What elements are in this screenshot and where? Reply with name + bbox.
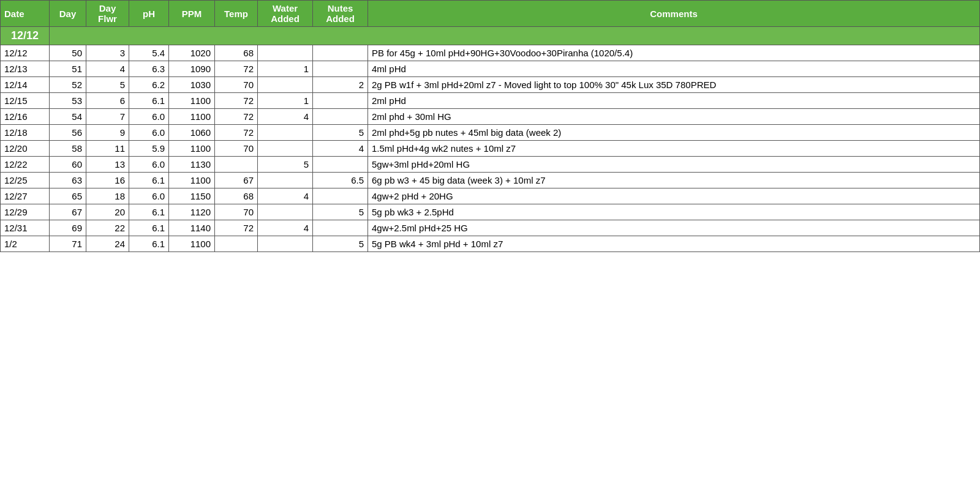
ppm-cell: 1100 xyxy=(169,236,215,252)
temp-cell: 72 xyxy=(215,125,258,141)
date-cell: 12/20 xyxy=(1,141,50,157)
date-cell: 12/29 xyxy=(1,204,50,220)
day-cell: 67 xyxy=(50,204,86,220)
ph-cell: 6.1 xyxy=(129,204,169,220)
nutes-cell xyxy=(313,45,368,61)
date-cell: 12/18 xyxy=(1,125,50,141)
ppm-cell: 1150 xyxy=(169,188,215,204)
ppm-cell: 1090 xyxy=(169,61,215,77)
nutes-cell: 6.5 xyxy=(313,173,368,188)
ppm-cell: 1020 xyxy=(169,45,215,61)
day-cell: 52 xyxy=(50,77,86,93)
dayflwr-cell: 6 xyxy=(86,93,129,109)
header-row: Date Day DayFlwr pH PPM Temp WaterAdded … xyxy=(1,1,980,27)
dayflwr-cell: 22 xyxy=(86,220,129,236)
ph-cell: 6.0 xyxy=(129,157,169,173)
dayflwr-cell: 5 xyxy=(86,77,129,93)
temp-cell xyxy=(215,157,258,173)
nutes-cell: 5 xyxy=(313,125,368,141)
dayflwr-cell: 24 xyxy=(86,236,129,252)
dayflwr-cell: 16 xyxy=(86,173,129,188)
temp-cell: 68 xyxy=(215,45,258,61)
ph-cell: 6.1 xyxy=(129,173,169,188)
water-cell xyxy=(258,173,313,188)
col-header-temp: Temp xyxy=(215,1,258,27)
table-row: 12/155366.111007212ml pHd xyxy=(1,93,980,109)
ph-cell: 6.0 xyxy=(129,109,169,125)
table-row: 12/145256.210307022g PB w1f + 3ml pHd+20… xyxy=(1,77,980,93)
day-cell: 65 xyxy=(50,188,86,204)
day-cell: 56 xyxy=(50,125,86,141)
water-cell: 1 xyxy=(258,61,313,77)
ph-cell: 6.1 xyxy=(129,220,169,236)
nutes-cell: 5 xyxy=(313,236,368,252)
water-cell xyxy=(258,77,313,93)
table-row: 12/3169226.111407244gw+2.5ml pHd+25 HG xyxy=(1,220,980,236)
comment-cell: 5g PB wk4 + 3ml pHd + 10ml z7 xyxy=(368,236,980,252)
dayflwr-cell: 20 xyxy=(86,204,129,220)
comment-cell: 1.5ml pHd+4g wk2 nutes + 10ml z7 xyxy=(368,141,980,157)
nutes-cell xyxy=(313,220,368,236)
comment-cell: 4gw+2 pHd + 20HG xyxy=(368,188,980,204)
comment-cell: 5g pb wk3 + 2.5pHd xyxy=(368,204,980,220)
grow-log-table: Date Day DayFlwr pH PPM Temp WaterAdded … xyxy=(0,0,980,252)
comment-cell: 2g PB w1f + 3ml pHd+20ml z7 - Moved ligh… xyxy=(368,77,980,93)
comment-cell: 2ml phd+5g pb nutes + 45ml big data (wee… xyxy=(368,125,980,141)
col-header-dayflwr: DayFlwr xyxy=(86,1,129,27)
comment-cell: 5gw+3ml pHd+20ml HG xyxy=(368,157,980,173)
ppm-cell: 1030 xyxy=(169,77,215,93)
nutes-cell xyxy=(313,157,368,173)
dayflwr-cell: 13 xyxy=(86,157,129,173)
temp-cell: 67 xyxy=(215,173,258,188)
water-cell xyxy=(258,141,313,157)
ppm-cell: 1060 xyxy=(169,125,215,141)
res-change-row: 12/12 xyxy=(1,27,980,45)
ppm-cell: 1100 xyxy=(169,109,215,125)
temp-cell: 72 xyxy=(215,93,258,109)
water-cell: 1 xyxy=(258,93,313,109)
col-header-ph: pH xyxy=(129,1,169,27)
day-cell: 54 xyxy=(50,109,86,125)
water-cell: 4 xyxy=(258,220,313,236)
table-row: 12/165476.011007242ml phd + 30ml HG xyxy=(1,109,980,125)
ph-cell: 5.9 xyxy=(129,141,169,157)
date-cell: 12/13 xyxy=(1,61,50,77)
comment-cell: PB for 45g + 10ml pHd+90HG+30Voodoo+30Pi… xyxy=(368,45,980,61)
col-header-comments: Comments xyxy=(368,1,980,27)
nutes-cell xyxy=(313,188,368,204)
water-cell: 4 xyxy=(258,109,313,125)
date-cell-merge: 12/12 xyxy=(1,27,50,45)
dayflwr-cell: 11 xyxy=(86,141,129,157)
ph-cell: 5.4 xyxy=(129,45,169,61)
comment-cell: 2ml pHd xyxy=(368,93,980,109)
ppm-cell: 1140 xyxy=(169,220,215,236)
date-cell: 12/31 xyxy=(1,220,50,236)
dayflwr-cell: 3 xyxy=(86,45,129,61)
water-cell xyxy=(258,204,313,220)
day-cell: 51 xyxy=(50,61,86,77)
temp-cell: 70 xyxy=(215,77,258,93)
ppm-cell: 1100 xyxy=(169,93,215,109)
water-cell xyxy=(258,125,313,141)
day-cell: 50 xyxy=(50,45,86,61)
comment-cell: 6g pb w3 + 45 big data (week 3) + 10ml z… xyxy=(368,173,980,188)
ph-cell: 6.2 xyxy=(129,77,169,93)
nutes-cell xyxy=(313,61,368,77)
table-row: 12/2058115.911007041.5ml pHd+4g wk2 nute… xyxy=(1,141,980,157)
dayflwr-cell: 7 xyxy=(86,109,129,125)
temp-cell: 68 xyxy=(215,188,258,204)
table-row: 12/2563166.11100676.56g pb w3 + 45 big d… xyxy=(1,173,980,188)
ppm-cell: 1100 xyxy=(169,173,215,188)
col-header-ppm: PPM xyxy=(169,1,215,27)
date-cell: 12/27 xyxy=(1,188,50,204)
dayflwr-cell: 4 xyxy=(86,61,129,77)
date-cell: 12/14 xyxy=(1,77,50,93)
ph-cell: 6.1 xyxy=(129,236,169,252)
ph-cell: 6.1 xyxy=(129,93,169,109)
temp-cell: 70 xyxy=(215,141,258,157)
table-row: 12/125035.4102068PB for 45g + 10ml pHd+9… xyxy=(1,45,980,61)
ppm-cell: 1100 xyxy=(169,141,215,157)
day-cell: 53 xyxy=(50,93,86,109)
comment-cell: 4ml pHd xyxy=(368,61,980,77)
day-cell: 69 xyxy=(50,220,86,236)
